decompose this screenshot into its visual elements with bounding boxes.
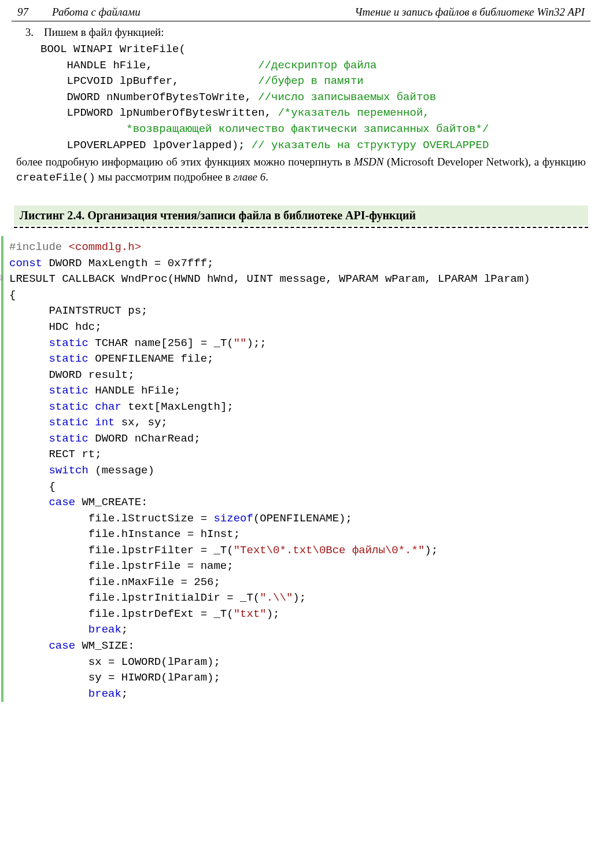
code-comment: //число записываемых байтов: [258, 91, 436, 104]
code-line: DWORD result;: [9, 367, 530, 384]
code-line: static TCHAR name[256] = _T("");;: [9, 336, 530, 352]
code-line: BOOL WINAPI WriteFile(: [40, 42, 586, 58]
code-line: file.hInstance = hInst;: [9, 527, 530, 543]
code-line: HANDLE hFile, //дескриптор файла: [40, 58, 586, 74]
code-line: RECT rt;: [9, 447, 530, 463]
listing-separator: [14, 227, 588, 228]
code-line: LPOVERLAPPED lpOverlapped); // указатель…: [40, 138, 586, 154]
code-line: DWORD nNumberOfBytesToWrite, //число зап…: [40, 90, 586, 106]
step-3: 3. Пишем в файл функцией:: [16, 25, 586, 40]
code-comment: // указатель на структуру OVERLAPPED: [252, 139, 489, 152]
writefile-signature: BOOL WINAPI WriteFile( HANDLE hFile, //д…: [16, 42, 586, 153]
code-line: static OPENFILENAME file;: [9, 351, 530, 367]
code-comment: //буфер в памяти: [258, 75, 363, 87]
code-line: LRESULT CALLBACK WndProc(HWND hWnd, UINT…: [9, 271, 530, 288]
code-line: sy = HIWORD(lParam);: [9, 670, 530, 686]
step-number: 3.: [16, 25, 34, 40]
code-comment: //дескриптор файла: [258, 59, 376, 72]
code-line: case WM_CREATE:: [9, 495, 530, 511]
inline-code: createFile(): [16, 171, 95, 184]
code-line: switch (message): [9, 463, 530, 479]
code-line: static HANDLE hFile;: [9, 383, 530, 399]
page-content: 3. Пишем в файл функцией: BOOL WINAPI Wr…: [0, 24, 602, 703]
code-line: #include <commdlg.h>: [9, 240, 530, 256]
code-line: {: [9, 288, 530, 304]
code-line: const DWORD MaxLength = 0x7fff;: [9, 256, 530, 272]
code-line: PAINTSTRUCT ps;: [9, 303, 530, 319]
code-line: {: [9, 479, 530, 495]
page-number: 97: [17, 5, 52, 20]
msdn-ref: MSDN: [354, 156, 384, 168]
step-intro: Пишем в файл функцией:: [44, 25, 586, 40]
code-line: sx = LOWORD(lParam);: [9, 654, 530, 671]
listing-title: Листинг 2.4. Организация чтения/записи ф…: [14, 205, 588, 226]
code-line: case WM_SIZE:: [9, 638, 530, 654]
header-left-title: Работа с файлами: [52, 5, 354, 20]
code-comment: *возвращающей количество фактически запи…: [40, 122, 586, 138]
header-right-title: Чтение и запись файлов в библиотеке Win3…: [354, 5, 585, 20]
code-line: file.lpstrDefExt = _T("txt");: [9, 606, 530, 623]
code-line: file.nMaxFile = 256;: [9, 575, 530, 591]
code-comment: /*указатель переменной,: [278, 106, 429, 119]
code-line: file.lpstrInitialDir = _T(".\\");: [9, 590, 530, 606]
paragraph: более подробную информацию об этих функц…: [16, 155, 586, 186]
code-line: file.lpstrFile = name;: [9, 558, 530, 575]
code-line: file.lpstrFilter = _T("Text\0*.txt\0Все …: [9, 543, 530, 559]
code-listing: #include <commdlg.h>const DWORD MaxLengt…: [1, 236, 586, 702]
page-header: 97 Работа с файлами Чтение и запись файл…: [12, 5, 590, 21]
code-line: static DWORD nCharRead;: [9, 431, 530, 447]
code-line: break;: [9, 686, 530, 703]
code-line: file.lStructSize = sizeof(OPENFILENAME);: [9, 511, 530, 527]
chapter-ref: главе 6: [233, 171, 265, 183]
code-body: #include <commdlg.h>const DWORD MaxLengt…: [9, 236, 530, 702]
code-line: break;: [9, 622, 530, 638]
gutter-bar: [1, 236, 3, 702]
code-line: HDC hdc;: [9, 319, 530, 336]
code-line: static char text[MaxLength];: [9, 399, 530, 415]
code-line: static int sx, sy;: [9, 415, 530, 431]
code-line: LPDWORD lpNumberOfBytesWritten, /*указат…: [40, 105, 586, 122]
code-line: LPCVOID lpBuffer, //буфер в памяти: [40, 73, 586, 90]
